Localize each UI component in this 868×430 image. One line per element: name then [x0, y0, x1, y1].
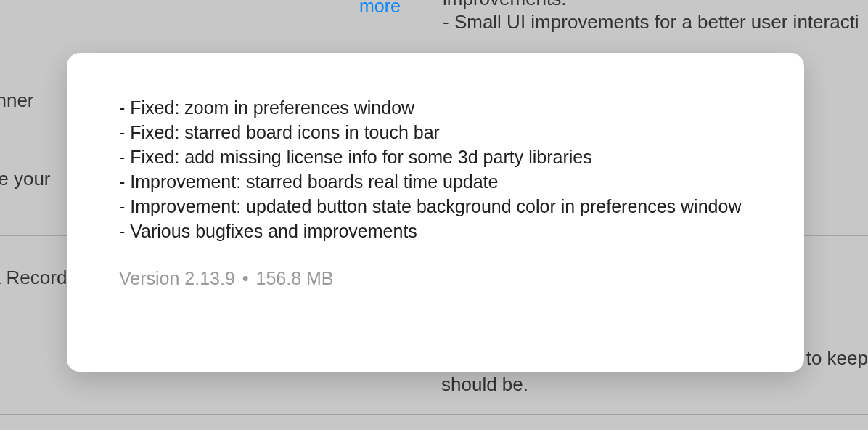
background-left-item: nize your: [0, 168, 51, 190]
more-link[interactable]: more: [359, 0, 401, 17]
release-note-item: - Improvement: starred boards real time …: [119, 169, 752, 194]
version-label: Version 2.13.9: [119, 268, 235, 288]
version-size-line: Version 2.13.9 • 156.8 MB: [119, 268, 752, 289]
background-text: improvements.: [443, 0, 567, 9]
size-label: 156.8 MB: [256, 268, 334, 288]
release-notes-popover: - Fixed: zoom in preferences window - Fi…: [67, 53, 804, 372]
divider: [0, 414, 868, 415]
background-top-description: improvements. - Small UI improvements fo…: [443, 0, 868, 33]
background-text: to keep: [806, 347, 868, 369]
release-note-item: - Various bugfixes and improvements: [119, 219, 752, 243]
background-left-item: & Recorde: [0, 267, 78, 289]
release-note-item: - Improvement: updated button state back…: [119, 194, 752, 219]
release-note-item: - Fixed: zoom in preferences window: [119, 95, 752, 120]
separator-dot: •: [242, 268, 249, 288]
background-text: - Small UI improvements for a better use…: [443, 11, 859, 33]
release-note-item: - Fixed: add missing license info for so…: [119, 145, 752, 169]
background-text: should be.: [441, 373, 528, 395]
background-left-item: anner: [0, 89, 34, 112]
release-note-item: - Fixed: starred board icons in touch ba…: [119, 120, 752, 145]
release-notes-list: - Fixed: zoom in preferences window - Fi…: [119, 95, 752, 243]
